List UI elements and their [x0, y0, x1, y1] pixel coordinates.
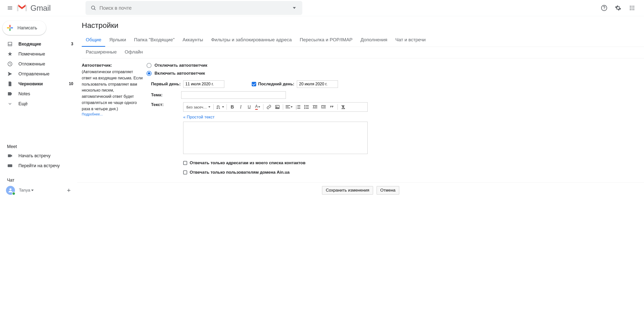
first-day-input[interactable]	[183, 80, 224, 88]
tab-addons[interactable]: Дополнения	[357, 35, 392, 46]
settings-button[interactable]	[612, 2, 624, 14]
send-icon	[7, 71, 13, 77]
svg-rect-15	[10, 25, 10, 27]
presence-dot-icon	[12, 192, 16, 195]
svg-rect-0	[17, 5, 18, 11]
underline-button[interactable]: U	[245, 104, 253, 111]
save-button[interactable]: Сохранить изменения	[322, 186, 373, 195]
chat-user-name: Tanya	[19, 188, 30, 193]
search-input[interactable]	[100, 5, 288, 11]
svg-point-7	[632, 6, 632, 7]
plain-text-link[interactable]: « Простой текст	[183, 115, 214, 120]
indent-more-button[interactable]	[320, 104, 328, 111]
sidebar-item-sent[interactable]: Отправленные	[0, 69, 77, 79]
editor-toolbar: Без засеч… B I U A	[183, 102, 368, 112]
main-content: Настройки Общие Ярлыки Папка "Входящие" …	[77, 16, 644, 202]
sidebar-item-inbox[interactable]: Входящие 3	[0, 39, 77, 49]
search-options-button[interactable]	[288, 6, 300, 9]
compose-button[interactable]: Написать	[2, 21, 46, 35]
svg-rect-39	[313, 105, 317, 106]
toolbar-separator	[263, 104, 264, 110]
chevron-down-icon	[7, 101, 13, 107]
numbered-list-button[interactable]: 123	[294, 104, 302, 111]
sidebar-item-more[interactable]: Ещё	[0, 99, 77, 109]
bold-button[interactable]: B	[228, 104, 236, 111]
remove-format-button[interactable]	[339, 104, 347, 111]
svg-rect-38	[306, 108, 309, 109]
radio-on[interactable]	[146, 71, 152, 76]
font-size-button[interactable]	[215, 104, 225, 111]
domain-only-row[interactable]: Отвечать только пользователям домена Ain…	[183, 170, 368, 175]
domain-only-label: Отвечать только пользователям домена Ain…	[190, 170, 290, 175]
quote-button[interactable]	[328, 104, 336, 111]
domain-only-checkbox[interactable]	[183, 170, 187, 174]
gmail-m-icon	[17, 4, 27, 12]
last-day-input[interactable]	[297, 80, 338, 88]
image-button[interactable]	[274, 104, 282, 111]
search-bar[interactable]	[86, 1, 302, 15]
radio-off[interactable]	[146, 63, 152, 68]
align-button[interactable]	[284, 104, 294, 111]
sidebar-item-count: 10	[69, 82, 73, 86]
sidebar-item-label: Входящие	[18, 41, 71, 47]
tab-forwarding[interactable]: Пересылка и POP/IMAP	[296, 35, 357, 46]
apps-button[interactable]	[626, 2, 638, 14]
tab-accounts[interactable]: Аккаунты	[178, 35, 207, 46]
search-icon[interactable]	[88, 5, 100, 11]
text-color-button[interactable]: A	[254, 104, 262, 111]
tab-offline[interactable]: Офлайн	[121, 47, 147, 58]
sidebar-item-drafts[interactable]: Черновики 10	[0, 79, 77, 89]
contacts-only-checkbox[interactable]	[183, 161, 187, 165]
contacts-only-row[interactable]: Отвечать только адресатам из моего списк…	[183, 160, 368, 165]
font-family-select[interactable]: Без засеч…	[184, 104, 212, 111]
bullet-list-button[interactable]	[302, 104, 310, 111]
autoresponder-on-row[interactable]: Включить автоответчик	[146, 71, 644, 76]
avatar	[6, 186, 15, 195]
tab-filters[interactable]: Фильтры и заблокированные адреса	[207, 35, 296, 46]
caret-down-icon	[293, 6, 296, 9]
svg-point-6	[630, 6, 631, 7]
sidebar-item-snoozed[interactable]: Отложенные	[0, 59, 77, 69]
tab-inbox[interactable]: Папка "Входящие"	[130, 35, 179, 46]
sidebar-item-notes[interactable]: Notes	[0, 89, 77, 99]
autoresponder-off-row[interactable]: Отключить автоответчик	[146, 63, 644, 68]
learn-more-link[interactable]: Подробнее...	[82, 112, 103, 116]
svg-rect-42	[321, 105, 326, 106]
cancel-button[interactable]: Отмена	[376, 186, 399, 195]
sidebar-item-starred[interactable]: Помеченные	[0, 49, 77, 59]
sidebar-item-count: 3	[71, 42, 73, 46]
subject-input[interactable]	[181, 91, 286, 99]
settings-body: Автоответчик: (Автоматически отправляет …	[82, 58, 644, 197]
main-menu-button[interactable]	[4, 2, 16, 14]
chat-user-row[interactable]: Tanya	[0, 184, 77, 196]
svg-point-11	[633, 7, 634, 8]
gmail-logo[interactable]: Gmail	[16, 3, 56, 13]
svg-point-2	[92, 6, 95, 9]
svg-rect-24	[286, 105, 290, 106]
support-button[interactable]	[598, 2, 610, 14]
tab-general[interactable]: Общие	[82, 35, 105, 47]
svg-rect-28	[297, 105, 300, 106]
plus-icon	[66, 188, 72, 193]
tab-labels[interactable]: Ярлыки	[105, 35, 130, 46]
link-button[interactable]	[265, 104, 273, 111]
meet-join-button[interactable]: Перейти на встречу	[0, 161, 77, 171]
radio-on-label: Включить автоответчик	[154, 71, 205, 76]
last-day-checkbox[interactable]	[252, 82, 256, 86]
meet-start-button[interactable]: Начать встречу	[0, 151, 77, 161]
svg-rect-16	[10, 27, 13, 28]
message-body-editor[interactable]	[183, 122, 368, 154]
settings-footer: Сохранить изменения Отмена	[77, 182, 644, 197]
indent-less-button[interactable]	[311, 104, 319, 111]
sidebar-item-label: Ещё	[18, 101, 73, 107]
gmail-logo-text: Gmail	[30, 3, 50, 13]
italic-button[interactable]: I	[237, 104, 245, 111]
chat-user-menu[interactable]	[31, 189, 34, 191]
svg-rect-32	[297, 108, 300, 109]
chat-add-button[interactable]	[64, 186, 73, 195]
svg-rect-40	[315, 107, 317, 107]
help-icon	[601, 5, 607, 11]
tab-advanced[interactable]: Расширенные	[82, 47, 121, 58]
toolbar-separator	[283, 104, 283, 110]
tab-chat[interactable]: Чат и встречи	[391, 35, 430, 46]
